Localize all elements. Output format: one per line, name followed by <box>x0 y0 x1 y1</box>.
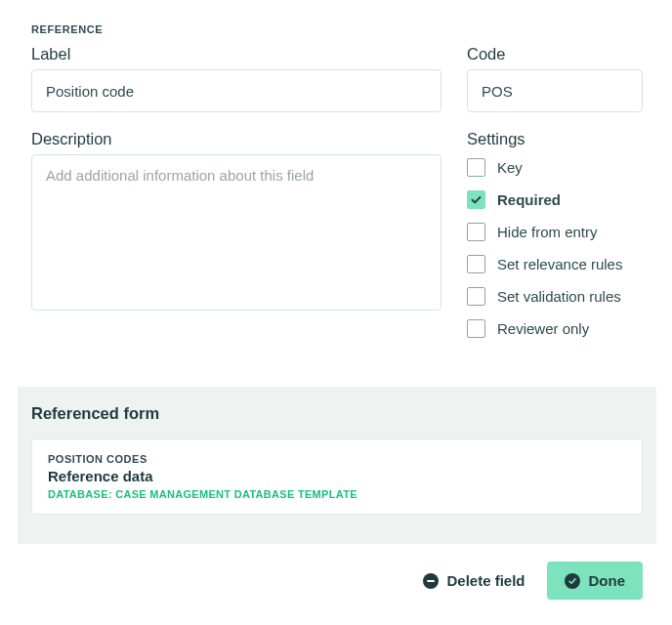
setting-label: Key <box>497 159 523 176</box>
label-caption: Label <box>31 45 441 63</box>
done-button[interactable]: Done <box>547 562 644 600</box>
description-textarea[interactable] <box>31 154 441 311</box>
check-circle-icon <box>565 573 580 589</box>
setting-label: Set validation rules <box>497 288 621 305</box>
settings-wrap: Settings Key Required <box>467 130 643 338</box>
panel-top-section: REFERENCE Label Code Description Setting… <box>18 6 656 387</box>
referenced-form-type: Reference data <box>48 468 626 484</box>
panel-footer: Delete field Done <box>18 544 656 619</box>
setting-label: Hide from entry <box>497 224 598 240</box>
minus-circle-icon <box>423 573 439 589</box>
referenced-form-heading: Referenced form <box>31 404 643 423</box>
delete-field-button[interactable]: Delete field <box>423 572 525 589</box>
referenced-form-name: POSITION CODES <box>48 453 626 465</box>
referenced-form-section: Referenced form POSITION CODES Reference… <box>18 387 656 544</box>
code-input[interactable] <box>467 69 643 112</box>
setting-validation-rules[interactable]: Set validation rules <box>467 287 643 306</box>
checkbox-icon <box>467 190 485 209</box>
label-field-wrap: Label <box>31 45 441 112</box>
checkbox-icon <box>467 158 485 177</box>
setting-label: Reviewer only <box>497 320 589 337</box>
setting-key[interactable]: Key <box>467 158 643 177</box>
checkbox-icon <box>467 319 485 338</box>
code-caption: Code <box>467 45 643 63</box>
field-type-label: REFERENCE <box>31 23 643 35</box>
field-editor-panel: REFERENCE Label Code Description Setting… <box>0 0 672 625</box>
referenced-form-card[interactable]: POSITION CODES Reference data DATABASE: … <box>31 438 643 515</box>
checkbox-icon <box>467 255 485 273</box>
delete-field-label: Delete field <box>446 572 525 589</box>
setting-hide-from-entry[interactable]: Hide from entry <box>467 223 643 241</box>
settings-checklist: Key Required Hide from e <box>467 158 643 338</box>
panel-inner: REFERENCE Label Code Description Setting… <box>18 6 656 625</box>
description-caption: Description <box>31 130 441 148</box>
code-field-wrap: Code <box>467 45 643 112</box>
row-label-code: Label Code <box>31 45 643 112</box>
checkbox-icon <box>467 287 485 306</box>
settings-caption: Settings <box>467 130 643 148</box>
done-label: Done <box>589 572 626 589</box>
setting-label: Required <box>497 191 561 208</box>
setting-required[interactable]: Required <box>467 190 643 209</box>
setting-reviewer-only[interactable]: Reviewer only <box>467 319 643 338</box>
referenced-form-database: DATABASE: CASE MANAGEMENT DATABASE TEMPL… <box>48 488 626 500</box>
checkbox-icon <box>467 223 485 241</box>
label-input[interactable] <box>31 69 441 112</box>
setting-label: Set relevance rules <box>497 256 622 272</box>
setting-relevance-rules[interactable]: Set relevance rules <box>467 255 643 273</box>
description-field-wrap: Description <box>31 130 441 338</box>
row-desc-settings: Description Settings Key <box>31 130 643 338</box>
